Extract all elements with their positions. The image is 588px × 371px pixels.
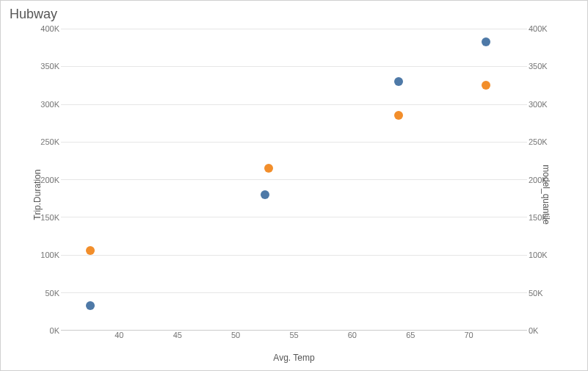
y-tick-left: 300K [36, 100, 59, 109]
y-tick-right: 0K [529, 326, 552, 335]
x-axis-ticks: 40455055606570 [61, 331, 527, 342]
x-tick: 45 [173, 331, 182, 339]
gridline [61, 29, 527, 29]
data-point [86, 246, 95, 255]
data-point [482, 37, 490, 46]
y-tick-right: 150K [529, 213, 552, 222]
x-tick: 55 [289, 331, 298, 339]
y-tick-right: 200K [529, 176, 552, 184]
x-tick: 40 [115, 331, 123, 339]
data-point [264, 164, 273, 173]
data-point [86, 301, 95, 310]
data-point [394, 111, 403, 120]
x-tick: 60 [348, 331, 357, 339]
gridline [61, 179, 527, 180]
data-point [261, 190, 269, 199]
y-tick-left: 100K [36, 251, 59, 259]
y-tick-right: 400K [529, 24, 552, 33]
data-point [394, 77, 403, 86]
chart-container: Trip.Duration model_quantile Avg. Temp 0… [23, 26, 565, 363]
y-axis-left-ticks: 0K50K100K150K200K250K300K350K400K [36, 29, 59, 331]
y-tick-left: 400K [36, 24, 59, 33]
x-axis-label: Avg. Temp [273, 353, 314, 363]
y-tick-right: 50K [529, 289, 552, 298]
x-tick: 70 [465, 331, 473, 339]
gridline [61, 255, 527, 256]
page-title: Hubway [1, 1, 587, 25]
gridline [61, 217, 527, 217]
x-tick: 50 [231, 331, 240, 339]
y-tick-right: 250K [529, 137, 552, 146]
data-point [482, 81, 490, 90]
y-tick-left: 150K [36, 213, 59, 222]
y-tick-left: 50K [36, 289, 59, 298]
y-axis-right-ticks: 0K50K100K150K200K250K300K350K400K [529, 29, 552, 331]
gridline [61, 66, 527, 67]
y-tick-left: 250K [36, 137, 59, 146]
y-tick-right: 350K [529, 62, 552, 71]
y-tick-left: 0K [36, 326, 59, 335]
y-tick-left: 350K [36, 62, 59, 71]
gridline [61, 292, 527, 293]
y-tick-left: 200K [36, 176, 59, 184]
y-tick-right: 100K [529, 251, 552, 259]
gridline [61, 104, 527, 105]
y-tick-right: 300K [529, 100, 552, 109]
x-tick: 65 [406, 331, 415, 339]
plot-area [61, 29, 527, 331]
gridline [61, 142, 527, 143]
